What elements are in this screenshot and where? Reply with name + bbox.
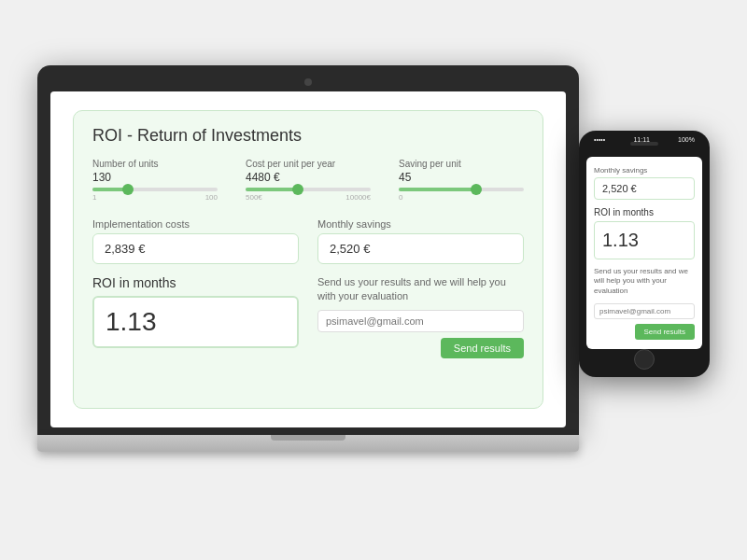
slider-label-saving: Saving per unit	[399, 159, 524, 169]
slider-value-saving: 45	[399, 171, 524, 184]
phone-roi-months-label: ROI in months	[594, 207, 695, 217]
slider-value-units: 130	[92, 171, 218, 184]
phone-signal: •••••	[594, 136, 605, 143]
slider-label-units: Number of units	[92, 159, 218, 169]
send-text: Send us your results and we will help yo…	[317, 275, 524, 304]
monthly-savings-value: 2,520 €	[317, 233, 524, 264]
laptop: ROI - Return of Investments Number of un…	[37, 65, 579, 452]
email-input[interactable]	[317, 310, 524, 332]
phone-time: 11:11	[633, 136, 650, 143]
roi-months-label-left: ROI in months	[92, 275, 299, 290]
slider-thumb-saving[interactable]	[471, 184, 482, 195]
laptop-screen-outer: ROI - Return of Investments Number of un…	[37, 65, 579, 435]
slider-track-cost[interactable]	[246, 188, 371, 191]
phone-home-button[interactable]	[634, 349, 655, 370]
phone-send-button[interactable]: Send results	[635, 324, 695, 340]
phone-screen: Monthly savings 2,520 € ROI in months 1.…	[586, 157, 702, 349]
roi-background: ROI - Return of Investments Number of un…	[73, 110, 543, 409]
slider-thumb-units[interactable]	[122, 184, 134, 195]
sliders-row: Number of units 130 1 100	[92, 159, 524, 202]
slider-fill-cost	[246, 188, 298, 191]
impl-costs-value: 2,839 €	[92, 233, 299, 264]
slider-label-cost: Cost per unit per year	[246, 159, 371, 169]
email-section: Send us your results and we will help yo…	[317, 275, 524, 358]
phone-email-input[interactable]	[594, 303, 695, 319]
phone: ••••• 11:11 100% Monthly savings 2,520 €…	[579, 131, 710, 377]
scene: ROI - Return of Investments Number of un…	[9, 19, 738, 541]
laptop-camera	[304, 78, 312, 86]
phone-monthly-savings-label: Monthly savings	[594, 166, 695, 175]
slider-value-cost: 4480 €	[246, 171, 371, 184]
slider-group-saving: Saving per unit 45 0	[399, 159, 524, 202]
roi-title: ROI - Return of Investments	[92, 126, 524, 146]
laptop-screen: ROI - Return of Investments Number of un…	[50, 91, 566, 427]
slider-min-max-saving: 0	[399, 193, 524, 202]
monthly-savings-label: Monthly savings	[317, 218, 524, 230]
bottom-section: Implementation costs 2,839 € ROI in mont…	[92, 218, 524, 358]
slider-track-units[interactable]	[92, 188, 218, 191]
roi-months-value-left: 1.13	[92, 296, 299, 348]
slider-group-units: Number of units 130 1 100	[92, 159, 218, 202]
slider-min-max-cost: 500€ 10000€	[246, 193, 371, 202]
phone-outer: ••••• 11:11 100% Monthly savings 2,520 €…	[579, 131, 710, 377]
slider-thumb-cost[interactable]	[292, 184, 303, 195]
roi-app-content: ROI - Return of Investments Number of un…	[50, 91, 566, 427]
slider-fill-saving	[399, 188, 476, 191]
phone-battery: 100%	[678, 136, 695, 143]
right-section: Monthly savings 2,520 € Send us your res…	[317, 218, 524, 358]
phone-monthly-savings-value: 2,520 €	[594, 177, 695, 200]
laptop-base	[37, 435, 579, 452]
phone-send-text: Send us your results and we will help yo…	[594, 267, 695, 296]
phone-status-bar: ••••• 11:11 100%	[594, 136, 695, 143]
send-results-button[interactable]: Send results	[441, 338, 524, 358]
impl-costs-label: Implementation costs	[92, 218, 299, 230]
phone-roi-months-value: 1.13	[594, 221, 695, 259]
slider-group-cost: Cost per unit per year 4480 € 500€ 10000…	[246, 159, 371, 202]
left-section: Implementation costs 2,839 € ROI in mont…	[92, 218, 299, 358]
slider-track-saving[interactable]	[399, 188, 524, 191]
slider-min-max-units: 1 100	[92, 193, 218, 202]
